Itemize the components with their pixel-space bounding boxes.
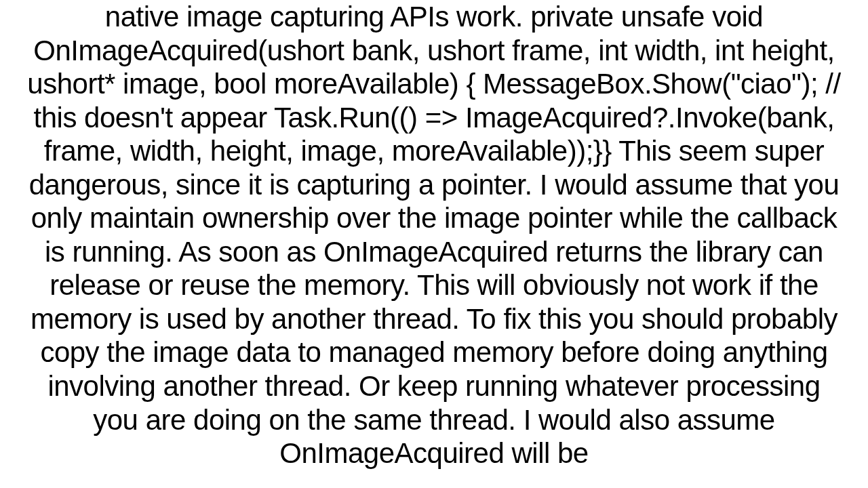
body-text: native image capturing APIs work. privat… — [27, 1, 840, 469]
document-body: native image capturing APIs work. privat… — [0, 0, 868, 470]
